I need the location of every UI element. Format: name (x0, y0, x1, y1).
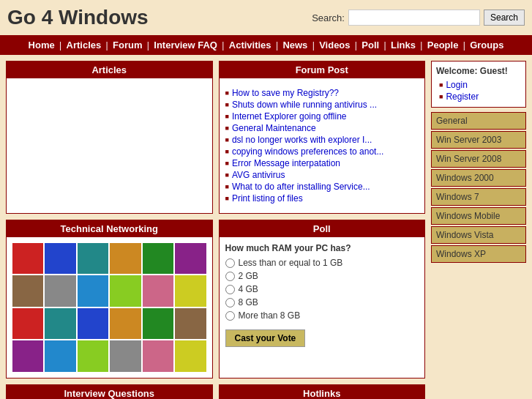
login-link[interactable]: Login (446, 80, 467, 90)
poll-options: Less than or equal to 1 GB2 GB4 GB8 GBMo… (225, 258, 419, 321)
articles-body (7, 78, 212, 166)
nav-item-articles[interactable]: Articles (67, 40, 102, 51)
poll-option-label: 4 GB (239, 284, 258, 294)
nav-item-groups[interactable]: Groups (470, 40, 503, 51)
bottom-row: Interview Questions Hotlinks (6, 384, 425, 399)
forum-header: Forum Post (220, 61, 425, 78)
nav-item-interview-faq[interactable]: Interview FAQ (154, 40, 217, 51)
tech-panel: Technical Networking (6, 220, 213, 379)
welcome-box: Welcome: Guest! Login Register (431, 61, 526, 108)
navbar: Home | Articles | Forum | Interview FAQ … (0, 35, 532, 55)
nav-item-activities[interactable]: Activities (229, 40, 271, 51)
tech-image (110, 308, 141, 339)
login-list-item[interactable]: Login (439, 79, 521, 91)
tech-body (7, 237, 212, 378)
tech-image (110, 243, 141, 274)
tech-image (143, 308, 173, 339)
poll-question: How much RAM your PC has? (225, 243, 419, 253)
tech-image (143, 275, 173, 306)
forum-list-item[interactable]: Print listing of files (225, 193, 419, 204)
poll-option-label: Less than or equal to 1 GB (239, 258, 343, 268)
tech-image (175, 275, 206, 306)
poll-option: More than 8 GB (225, 310, 419, 321)
site-title: Go 4 Windows (7, 6, 149, 29)
search-area: Search: Search (312, 10, 525, 26)
register-list-item[interactable]: Register (439, 91, 521, 102)
articles-header: Articles (7, 61, 212, 78)
tech-image (45, 275, 75, 306)
sidebar-category-btn[interactable]: Windows 7 (431, 188, 526, 206)
tech-image (143, 340, 173, 371)
vote-button[interactable]: Cast your Vote (225, 329, 306, 347)
search-button[interactable]: Search (484, 10, 525, 26)
forum-list-item[interactable]: General Maintenance (225, 122, 419, 134)
forum-list-item[interactable]: dsl no longer works with explorer I... (225, 134, 419, 146)
main-container: Articles Forum Post How to save my Regis… (0, 55, 532, 399)
forum-list-item[interactable]: Internet Explorer going offline (225, 111, 419, 122)
tech-image (12, 275, 43, 306)
nav-item-news[interactable]: News (282, 40, 307, 51)
poll-option-label: 2 GB (239, 271, 258, 281)
poll-option-label: More than 8 GB (239, 310, 301, 321)
poll-radio[interactable] (225, 311, 235, 321)
forum-link[interactable]: How to save my Registry?? (232, 88, 339, 98)
tech-image (110, 340, 141, 371)
nav-item-videos[interactable]: Videos (319, 40, 350, 51)
poll-option: Less than or equal to 1 GB (225, 258, 419, 268)
interview-panel: Interview Questions (6, 384, 213, 399)
forum-list-item[interactable]: Shuts down while running antivirus ... (225, 99, 419, 111)
hotlinks-panel: Hotlinks (219, 384, 426, 399)
tech-image (78, 340, 108, 371)
sidebar-category-btn[interactable]: Win Server 2008 (431, 150, 526, 168)
forum-link[interactable]: copying windows preferences to anot... (232, 146, 383, 157)
poll-radio[interactable] (225, 285, 235, 294)
tech-image (12, 340, 43, 371)
nav-item-poll[interactable]: Poll (361, 40, 379, 51)
forum-link[interactable]: Internet Explorer going offline (232, 111, 347, 122)
search-input[interactable] (348, 10, 480, 26)
forum-list-item[interactable]: copying windows preferences to anot... (225, 146, 419, 157)
tech-image (78, 275, 108, 306)
tech-image (78, 308, 108, 339)
tech-image (78, 243, 108, 274)
nav-item-forum[interactable]: Forum (113, 40, 142, 51)
search-label: Search: (312, 12, 345, 23)
forum-link[interactable]: Error Message interpatation (232, 158, 340, 168)
forum-link[interactable]: General Maintenance (232, 123, 316, 133)
register-link[interactable]: Register (446, 92, 479, 102)
sidebar-category-btn[interactable]: Windows Vista (431, 226, 526, 244)
poll-option: 8 GB (225, 297, 419, 307)
sidebar-category-btn[interactable]: General (431, 112, 526, 130)
forum-link[interactable]: Print listing of files (232, 193, 303, 204)
interview-header: Interview Questions (7, 385, 212, 399)
image-grid (10, 240, 209, 375)
poll-radio[interactable] (225, 258, 235, 268)
poll-option: 4 GB (225, 284, 419, 294)
sidebar-category-btn[interactable]: Windows Mobile (431, 207, 526, 225)
forum-list-item[interactable]: How to save my Registry?? (225, 87, 419, 99)
tech-image (175, 243, 206, 274)
forum-link[interactable]: What to do after installing Service... (232, 182, 370, 192)
tech-image (45, 243, 75, 274)
forum-list-item[interactable]: Error Message interpatation (225, 157, 419, 169)
forum-list: How to save my Registry??Shuts down whil… (225, 84, 419, 207)
forum-list-item[interactable]: AVG antivirus (225, 169, 419, 181)
nav-item-people[interactable]: People (427, 40, 459, 51)
tech-image (110, 275, 141, 306)
forum-link[interactable]: dsl no longer works with explorer I... (232, 135, 372, 145)
nav-item-links[interactable]: Links (391, 40, 416, 51)
poll-radio[interactable] (225, 272, 235, 281)
sidebar-category-btn[interactable]: Win Server 2003 (431, 131, 526, 149)
poll-body: How much RAM your PC has? Less than or e… (220, 237, 425, 353)
forum-link[interactable]: AVG antivirus (232, 170, 285, 180)
right-sidebar: Welcome: Guest! Login Register GeneralWi… (431, 61, 526, 399)
hotlinks-header: Hotlinks (220, 385, 425, 399)
sidebar-category-btn[interactable]: Windows XP (431, 245, 526, 263)
forum-list-item[interactable]: What to do after installing Service... (225, 181, 419, 193)
top-row: Articles Forum Post How to save my Regis… (6, 61, 425, 214)
poll-radio[interactable] (225, 298, 235, 307)
sidebar-category-btn[interactable]: Windows 2000 (431, 169, 526, 187)
nav-item-home[interactable]: Home (29, 40, 55, 51)
forum-link[interactable]: Shuts down while running antivirus ... (232, 100, 377, 110)
poll-option-label: 8 GB (239, 297, 258, 307)
